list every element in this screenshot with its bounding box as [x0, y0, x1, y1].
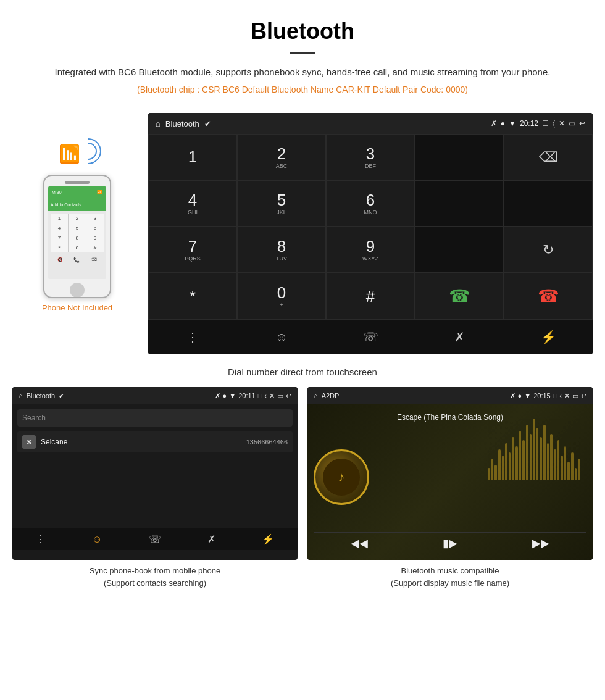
phone-speaker	[65, 181, 90, 184]
phonebook-screen: ⌂ Bluetooth ✔ ✗ ● ▼ 20:11 □ ‹ ✕ ▭ ↩	[12, 387, 298, 560]
a2dp-music-icon: ♪	[323, 459, 360, 496]
phone-home-button	[70, 283, 85, 298]
phone-icon[interactable]: ☏	[358, 326, 383, 348]
a2dp-album-art: ♪	[314, 449, 369, 505]
dial-key-9[interactable]: 9WXYZ	[326, 227, 415, 273]
dial-keypad-grid: 1 2ABC 3DEF ⌫ 4GHI 5JKL 6MNO 7PQRS 8TUV …	[148, 134, 593, 319]
phone-call-bar: Add to Contacts	[48, 198, 106, 211]
pb-bt-icon: ✗	[215, 392, 220, 400]
pb-gps-icon: ●	[223, 392, 227, 399]
pb-x-icon: ✕	[269, 392, 275, 400]
bt-icon[interactable]: ✗	[447, 326, 472, 348]
pb-title: Bluetooth	[27, 392, 55, 399]
contacts-icon[interactable]: ☺	[269, 326, 294, 348]
camera-icon: ☐	[542, 119, 549, 128]
dial-key-5[interactable]: 5JKL	[237, 180, 326, 227]
music-back-icon: ↩	[581, 392, 586, 400]
upper-section: 📶 M:30 📶 Add to Contacts 1 2	[12, 113, 593, 354]
title-divider	[290, 52, 315, 54]
dialpad-icon[interactable]: ⋮	[180, 326, 205, 348]
dial-end-button[interactable]: ☎	[504, 273, 593, 319]
pb-contact-phone: 13566664466	[246, 438, 288, 446]
page-header: Bluetooth Integrated with BC6 Bluetooth …	[0, 0, 605, 113]
dial-key-1[interactable]: 1	[148, 134, 237, 180]
music-wifi-icon: ▼	[524, 392, 531, 399]
music-home-icon: ⌂	[314, 392, 318, 399]
dial-key-7[interactable]: 7PQRS	[148, 227, 237, 273]
music-cam-icon: □	[553, 392, 557, 399]
x-icon: ✕	[559, 119, 565, 128]
dial-screen: ⌂ Bluetooth ✔ ✗ ● ▼ 20:12 ☐ 〈 ✕ ▭ ↩	[148, 113, 593, 354]
dial-key-6[interactable]: 6MNO	[326, 180, 415, 227]
a2dp-playpause-button[interactable]: ▮▶	[443, 536, 457, 550]
music-rect-icon: ▭	[572, 392, 578, 400]
phone-bottom-row: 🔇 📞 ⌫	[48, 255, 106, 265]
phonebook-item: ⌂ Bluetooth ✔ ✗ ● ▼ 20:11 □ ‹ ✕ ▭ ↩	[12, 387, 298, 589]
dial-display-area	[415, 134, 504, 180]
pb-grid-icon[interactable]: ⋮	[36, 533, 46, 545]
music-title: A2DP	[322, 392, 340, 399]
pb-person-icon[interactable]: ☺	[92, 534, 102, 545]
dial-statusbar: ⌂ Bluetooth ✔ ✗ ● ▼ 20:12 ☐ 〈 ✕ ▭ ↩	[148, 113, 593, 134]
music-statusbar: ⌂ A2DP ✗ ● ▼ 20:15 □ ‹ ✕ ▭ ↩	[307, 387, 593, 404]
music-item: ⌂ A2DP ✗ ● ▼ 20:15 □ ‹ ✕ ▭ ↩	[307, 387, 593, 589]
pb-contact-avatar: S	[22, 435, 36, 449]
dial-key-star[interactable]: *	[148, 273, 237, 319]
back-icon: ↩	[579, 119, 585, 128]
pb-search-placeholder: Search	[22, 414, 46, 422]
dial-refresh-button[interactable]: ↻	[504, 227, 593, 273]
a2dp-body: Escape (The Pina Colada Song) ♪	[307, 404, 593, 560]
dial-backspace-button[interactable]: ⌫	[504, 134, 593, 180]
dial-key-hash[interactable]: #	[326, 273, 415, 319]
music-gps-icon: ●	[518, 392, 522, 399]
dial-call-button[interactable]: ☎	[415, 273, 504, 319]
main-content: 📶 M:30 📶 Add to Contacts 1 2	[0, 113, 605, 589]
dial-empty-4	[415, 227, 504, 273]
pb-wifi-icon: ▼	[229, 392, 236, 399]
a2dp-prev-button[interactable]: ◀◀	[351, 536, 368, 550]
music-x-icon: ✕	[564, 392, 570, 400]
home-icon: ⌂	[156, 119, 161, 128]
pb-bottom-bar: ⋮ ☺ ☏ ✗ ⚡	[12, 528, 298, 550]
pb-time: 20:11	[238, 392, 256, 399]
dial-key-0[interactable]: 0+	[237, 273, 326, 319]
music-bt-icon: ✗	[510, 392, 515, 400]
pb-bluetooth-icon[interactable]: ✗	[207, 533, 215, 545]
music-time: 20:15	[533, 392, 551, 399]
dial-key-3[interactable]: 3DEF	[326, 134, 415, 180]
dial-key-4[interactable]: 4GHI	[148, 180, 237, 227]
volume-icon: 〈	[553, 119, 555, 128]
page-title: Bluetooth	[37, 19, 568, 44]
dial-caption: Dial number direct from touchscreen	[228, 367, 377, 377]
page-description: Integrated with BC6 Bluetooth module, su…	[37, 65, 568, 80]
pb-search-bar[interactable]: Search	[17, 409, 293, 427]
pb-phone-icon[interactable]: ☏	[149, 533, 161, 545]
phone-not-included-label: Phone Not Included	[42, 303, 112, 312]
settings-icon[interactable]: ⚡	[536, 326, 561, 348]
pb-statusbar: ⌂ Bluetooth ✔ ✗ ● ▼ 20:11 □ ‹ ✕ ▭ ↩	[12, 387, 298, 404]
phone-mockup: M:30 📶 Add to Contacts 1 2 3 4 5 6 7	[43, 175, 111, 298]
dial-key-2[interactable]: 2ABC	[237, 134, 326, 180]
a2dp-next-button[interactable]: ▶▶	[532, 536, 549, 550]
phone-screen-bar: M:30 📶	[48, 186, 106, 198]
dial-bottom-bar: ⋮ ☺ ☏ ✗ ⚡	[148, 319, 593, 354]
a2dp-waveform	[488, 468, 580, 480]
wifi-icon: ▼	[509, 119, 516, 128]
lower-section: ⌂ Bluetooth ✔ ✗ ● ▼ 20:11 □ ‹ ✕ ▭ ↩	[12, 387, 593, 589]
phone-screen: M:30 📶 Add to Contacts 1 2 3 4 5 6 7	[48, 186, 106, 279]
time-display: 20:12	[520, 119, 538, 128]
rect-icon: ▭	[569, 119, 575, 128]
pb-key-icon[interactable]: ⚡	[262, 533, 274, 545]
dial-key-8[interactable]: 8TUV	[237, 227, 326, 273]
pb-body: Search S Seicane 13566664466	[12, 404, 298, 528]
pb-contact-name: Seicane	[41, 438, 246, 446]
usb-icon: ✔	[204, 119, 211, 128]
pb-caption: Sync phone-book from mobile phone (Suppo…	[12, 565, 298, 589]
pb-back-icon: ↩	[286, 392, 291, 400]
a2dp-controls: ◀◀ ▮▶ ▶▶	[314, 532, 586, 554]
pb-contact-row[interactable]: S Seicane 13566664466	[17, 431, 293, 452]
screen-title: Bluetooth	[165, 119, 199, 128]
pb-usb-icon: ✔	[59, 392, 64, 400]
phone-dialpad: 1 2 3 4 5 6 7 8 9 * 0 #	[51, 214, 104, 252]
gps-icon: ●	[501, 119, 505, 128]
